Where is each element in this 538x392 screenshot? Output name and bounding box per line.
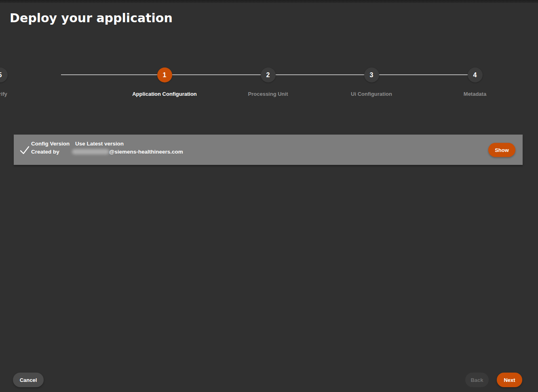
config-version-row[interactable]: Config Version Use Latest version Create… [14,135,523,165]
back-button[interactable]: Back [465,373,489,387]
cancel-button[interactable]: Cancel [13,373,44,387]
show-button[interactable]: Show [488,143,515,157]
next-button[interactable]: Next [497,373,522,387]
step-processing-unit: 2 Processing Unit [219,67,316,97]
created-by-email-suffix: @siemens-healthineers.com [109,149,183,155]
step-1-circle: 1 [157,67,172,82]
created-by-value: @siemens-healthineers.com [75,149,183,155]
step-4-label: Metadata [426,91,523,97]
config-version-field: Config Version Use Latest version [31,139,183,148]
step-ui-configuration: 3 Ui Configuration [323,67,420,97]
created-by-field: Created by @siemens-healthineers.com [31,148,183,156]
config-fields: Config Version Use Latest version Create… [31,139,183,156]
redacted-username-blob [72,149,109,154]
config-version-label: Config Version [31,141,75,147]
top-edge-strip [0,0,538,3]
step-5-label: Verify [0,91,49,97]
config-version-value: Use Latest version [75,141,124,147]
step-2-circle: 2 [261,67,276,82]
wizard-stepper: 1 Application Configuration 2 Processing… [0,67,538,104]
check-icon [19,145,30,155]
page-title: Deploy your application [10,11,173,25]
step-4-circle: 4 [468,67,483,82]
step-application-configuration: 1 Application Configuration [116,67,213,97]
step-5-circle: 5 [0,67,8,82]
step-1-label: Application Configuration [116,91,213,97]
step-3-label: Ui Configuration [323,91,420,97]
step-3-circle: 3 [364,67,379,82]
created-by-label: Created by [31,149,75,155]
step-verify: 5 Verify [0,67,49,97]
step-2-label: Processing Unit [219,91,316,97]
step-metadata: 4 Metadata [426,67,523,97]
